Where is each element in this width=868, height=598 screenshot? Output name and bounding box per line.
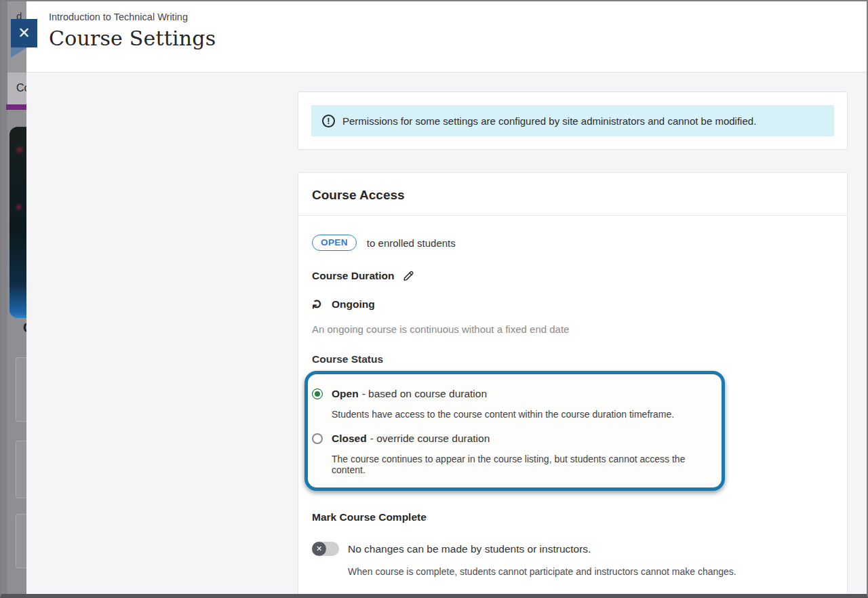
radio-option-closed-label: Closed- override course duration (332, 433, 490, 445)
close-panel-button[interactable]: ✕ (11, 19, 37, 47)
dimmed-background-page: d Co C (1, 1, 26, 594)
admin-notice-banner: ! Permissions for some settings are conf… (311, 105, 834, 136)
notice-card: ! Permissions for some settings are conf… (298, 92, 848, 150)
radio-option-open[interactable]: Open- based on course duration (312, 388, 709, 400)
background-page-peek: d Co C (7, 1, 26, 594)
page-title: Course Settings (49, 26, 867, 50)
complete-help-text: When course is complete, students cannot… (348, 566, 833, 577)
complete-toggle[interactable]: ✕ (312, 542, 339, 556)
panel-body: ! Permissions for some settings are conf… (26, 73, 867, 594)
radio-button-open[interactable] (312, 388, 323, 399)
course-status-label: Course Status (312, 353, 833, 365)
complete-toggle-text: No changes can be made by students or in… (348, 543, 591, 555)
open-status-pill[interactable]: OPEN (312, 235, 357, 251)
option-closed-suffix: - override course duration (370, 433, 490, 444)
access-status-row: OPEN to enrolled students (312, 235, 833, 251)
course-banner-image (9, 127, 26, 318)
option-closed-description: The course continues to appear in the co… (332, 454, 709, 475)
refresh-icon: ↻ (311, 299, 323, 310)
course-name: Introduction to Technical Writing (49, 12, 867, 22)
duration-value-row: ↻ Ongoing (312, 298, 833, 311)
edit-pencil-icon[interactable] (403, 270, 415, 282)
ribbon-tail (11, 47, 27, 58)
option-open-name: Open (332, 388, 359, 399)
course-access-card: Course Access OPEN to enrolled students … (298, 172, 848, 594)
panel-header: Introduction to Technical Writing Course… (26, 1, 867, 73)
duration-value: Ongoing (332, 298, 375, 311)
radio-option-closed[interactable]: Closed- override course duration (312, 433, 709, 445)
radio-option-open-label: Open- based on course duration (332, 388, 487, 400)
course-complete-toggle-row: ✕ No changes can be made by students or … (312, 542, 833, 556)
duration-help-text: An ongoing course is continuous without … (312, 323, 833, 335)
course-duration-row: Course Duration (312, 270, 833, 282)
settings-content: ! Permissions for some settings are conf… (298, 92, 848, 594)
course-access-title: Course Access (298, 173, 847, 216)
course-status-radio-group: Open- based on course duration Students … (304, 371, 725, 491)
screen: d Co C ✕ Introduction to Technical Writi… (0, 0, 868, 598)
background-tab-bar: Co (7, 73, 26, 104)
option-closed-name: Closed (332, 433, 367, 444)
toggle-off-icon: ✕ (312, 542, 326, 556)
active-tab-underline (6, 104, 28, 110)
course-access-body: OPEN to enrolled students Course Duratio… (298, 216, 847, 594)
admin-notice-text: Permissions for some settings are config… (342, 115, 756, 127)
access-status-suffix: to enrolled students (367, 237, 456, 249)
alert-icon: ! (322, 115, 335, 127)
radio-button-closed[interactable] (312, 433, 323, 444)
close-icon: ✕ (18, 26, 30, 41)
background-page-edge (1, 1, 7, 594)
course-settings-panel: Introduction to Technical Writing Course… (26, 1, 867, 594)
mark-course-complete-label: Mark Course Complete (312, 511, 833, 523)
option-open-description: Students have access to the course conte… (332, 409, 709, 420)
course-duration-label: Course Duration (312, 270, 394, 282)
option-open-suffix: - based on course duration (362, 388, 487, 399)
